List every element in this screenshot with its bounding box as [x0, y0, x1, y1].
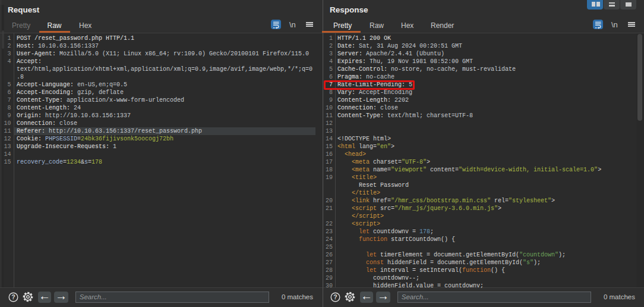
svg-text:?: ? — [333, 293, 337, 300]
svg-text:?: ? — [11, 293, 15, 300]
